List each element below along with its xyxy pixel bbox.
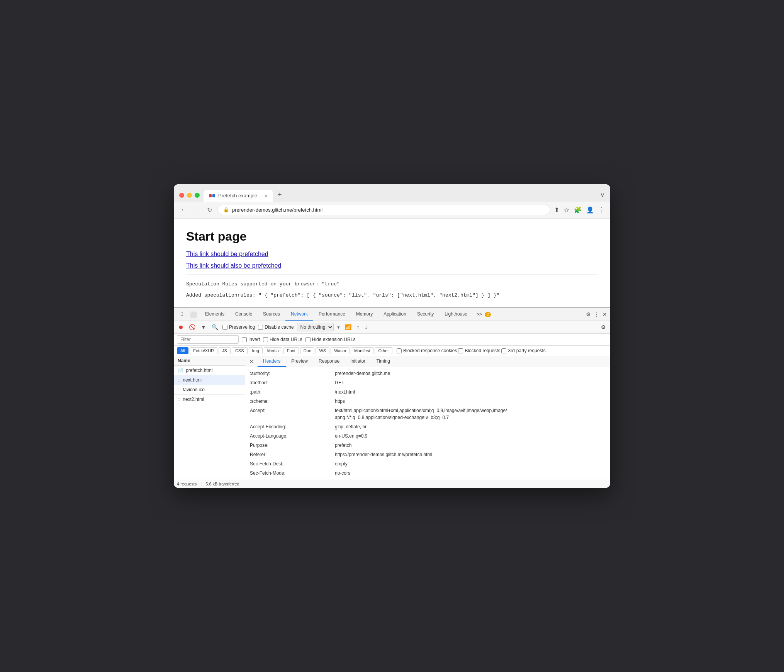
filter-bar: Invert Hide data URLs Hide extension URL… bbox=[174, 334, 610, 346]
panel-tab-headers[interactable]: Headers bbox=[258, 356, 286, 367]
hide-extension-urls-label[interactable]: Hide extension URLs bbox=[305, 337, 356, 342]
tab-sources[interactable]: Sources bbox=[258, 308, 285, 321]
filter-media[interactable]: Media bbox=[264, 347, 282, 354]
new-tab-button[interactable]: + bbox=[273, 188, 287, 202]
panel-tab-preview[interactable]: Preview bbox=[286, 356, 313, 367]
header-method: :method: GET bbox=[245, 378, 610, 387]
panel-tab-initiator[interactable]: Initiator bbox=[345, 356, 371, 367]
active-tab[interactable]: Prefetch example × bbox=[204, 190, 273, 202]
invert-checkbox[interactable] bbox=[242, 337, 247, 342]
file-name: prefetch.html bbox=[186, 368, 212, 373]
tab-security[interactable]: Security bbox=[412, 308, 439, 321]
blocked-response-label[interactable]: Blocked response cookies bbox=[397, 348, 457, 353]
file-item-next2-html[interactable]: □ next2.html bbox=[174, 395, 245, 404]
speculation-line1: Speculation Rules supported on your brow… bbox=[186, 280, 598, 288]
tab-console[interactable]: Console bbox=[230, 308, 258, 321]
filter-font[interactable]: Font bbox=[283, 347, 299, 354]
preserve-log-checkbox[interactable] bbox=[222, 325, 227, 330]
title-bar: Prefetch example × + ∨ bbox=[174, 184, 610, 202]
headers-panel: ✕ Headers Preview Response Initiator Tim… bbox=[245, 356, 610, 480]
devtools-close-icon[interactable]: ✕ bbox=[602, 311, 607, 317]
header-referer: Referer: https://prerender-demos.glitch.… bbox=[245, 450, 610, 459]
filter-ws[interactable]: WS bbox=[316, 347, 329, 354]
file-icon-favicon: □ bbox=[178, 387, 180, 392]
file-item-prefetch-html[interactable]: 📄 prefetch.html bbox=[174, 366, 245, 375]
network-settings-icon[interactable]: ⚙ bbox=[600, 323, 607, 331]
devtools-more-icon[interactable]: ⋮ bbox=[594, 311, 599, 317]
reload-button[interactable]: ↻ bbox=[205, 205, 214, 214]
file-item-next-html[interactable]: □ next.html bbox=[174, 375, 245, 385]
tab-menu-button[interactable]: ∨ bbox=[600, 191, 605, 202]
devtools-icon-bar: ⚙ ⋮ ✕ bbox=[586, 311, 607, 317]
filter-all[interactable]: All bbox=[177, 347, 188, 354]
transferred-size: 5.6 kB transferred bbox=[205, 482, 239, 486]
record-button[interactable]: ⏺ bbox=[177, 323, 185, 331]
search-button[interactable]: 🔍 bbox=[210, 323, 219, 331]
filter-doc[interactable]: Doc bbox=[300, 347, 315, 354]
extensions-icon[interactable]: 🧩 bbox=[574, 206, 582, 214]
third-party-label[interactable]: 3rd-party requests bbox=[501, 348, 545, 353]
preserve-log-label[interactable]: Preserve log bbox=[222, 324, 255, 330]
page-title: Start page bbox=[186, 229, 598, 244]
panel-tab-response[interactable]: Response bbox=[313, 356, 345, 367]
devtools-settings-icon[interactable]: ⚙ bbox=[586, 311, 591, 317]
filter-fetch-xhr[interactable]: Fetch/XHR bbox=[190, 347, 217, 354]
page-content: Start page This link should be prefetche… bbox=[174, 219, 610, 308]
filter-wasm[interactable]: Wasm bbox=[331, 347, 350, 354]
third-party-checkbox[interactable] bbox=[501, 348, 506, 353]
browser-window: Prefetch example × + ∨ ← → ↻ 🔒 prerender… bbox=[174, 184, 610, 488]
forward-button[interactable]: → bbox=[192, 205, 202, 214]
tab-performance[interactable]: Performance bbox=[313, 308, 351, 321]
tab-network[interactable]: Network bbox=[285, 308, 313, 321]
back-button[interactable]: ← bbox=[179, 205, 188, 214]
throttle-select[interactable]: No throttling bbox=[297, 323, 334, 331]
type-filter-bar: All Fetch/XHR JS CSS Img Media Font Doc … bbox=[174, 346, 610, 356]
filter-input[interactable] bbox=[177, 335, 239, 344]
filter-other[interactable]: Other bbox=[375, 347, 392, 354]
panel-close-button[interactable]: ✕ bbox=[245, 356, 258, 367]
close-traffic-light[interactable] bbox=[179, 193, 184, 198]
minimize-traffic-light[interactable] bbox=[187, 193, 192, 198]
address-input[interactable]: 🔒 prerender-demos.glitch.me/prefetch.htm… bbox=[217, 205, 550, 215]
file-list-header: Name bbox=[174, 356, 245, 366]
header-path: :path: /next.html bbox=[245, 387, 610, 397]
wifi-icon[interactable]: 📶 bbox=[344, 323, 353, 331]
download-icon[interactable]: ↓ bbox=[364, 323, 369, 331]
tab-lighthouse[interactable]: Lighthouse bbox=[439, 308, 473, 321]
profile-icon[interactable]: 👤 bbox=[586, 206, 594, 214]
file-name: next.html bbox=[183, 377, 202, 383]
tab-bar: Prefetch example × + ∨ bbox=[204, 188, 605, 202]
more-tabs-button[interactable]: >> 2 bbox=[473, 309, 495, 320]
filter-manifest[interactable]: Manifest bbox=[351, 347, 374, 354]
filter-button[interactable]: ▼ bbox=[200, 323, 207, 331]
blocked-requests-checkbox[interactable] bbox=[458, 348, 463, 353]
traffic-lights bbox=[179, 193, 200, 202]
file-item-favicon[interactable]: □ favicon.ico bbox=[174, 385, 245, 395]
tab-application[interactable]: Application bbox=[378, 308, 412, 321]
blocked-requests-label[interactable]: Blocked requests bbox=[458, 348, 500, 353]
disable-cache-label[interactable]: Disable cache bbox=[258, 324, 294, 330]
filter-js[interactable]: JS bbox=[219, 347, 231, 354]
panel-tab-timing[interactable]: Timing bbox=[371, 356, 395, 367]
browser-toolbar-icons: ⬆ ☆ 🧩 👤 ⋮ bbox=[554, 206, 605, 214]
clear-button[interactable]: 🚫 bbox=[188, 323, 197, 331]
tab-elements[interactable]: Elements bbox=[200, 308, 230, 321]
upload-icon[interactable]: ↑ bbox=[356, 323, 361, 331]
share-icon[interactable]: ⬆ bbox=[554, 206, 559, 214]
tab-memory[interactable]: Memory bbox=[351, 308, 378, 321]
maximize-traffic-light[interactable] bbox=[195, 193, 200, 198]
separator1 bbox=[186, 275, 598, 275]
bookmark-icon[interactable]: ☆ bbox=[564, 206, 569, 214]
hide-extension-urls-checkbox[interactable] bbox=[305, 337, 311, 342]
hide-data-urls-label[interactable]: Hide data URLs bbox=[263, 337, 302, 342]
filter-css[interactable]: CSS bbox=[232, 347, 248, 354]
tab-close-button[interactable]: × bbox=[265, 193, 268, 199]
more-menu-icon[interactable]: ⋮ bbox=[599, 206, 605, 214]
blocked-response-checkbox[interactable] bbox=[397, 348, 402, 353]
link1[interactable]: This link should be prefetched bbox=[186, 251, 598, 258]
disable-cache-checkbox[interactable] bbox=[258, 325, 263, 330]
filter-img[interactable]: Img bbox=[249, 347, 263, 354]
hide-data-urls-checkbox[interactable] bbox=[263, 337, 268, 342]
link2[interactable]: This link should also be prefetched bbox=[186, 262, 598, 269]
invert-label[interactable]: Invert bbox=[242, 337, 260, 342]
